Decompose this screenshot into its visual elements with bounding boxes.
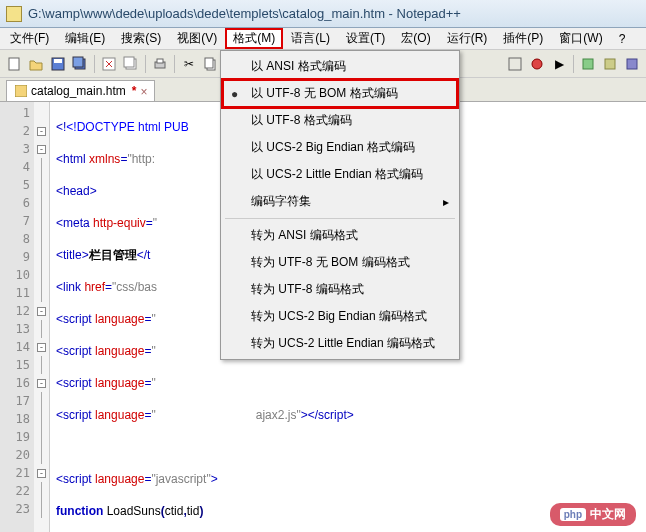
line-number: 22 — [0, 482, 30, 500]
menu-item[interactable]: 以 UCS-2 Little Endian 格式编码 — [223, 161, 457, 188]
file-tab[interactable]: catalog_main.htm* × — [6, 80, 155, 101]
menu-separator — [225, 218, 455, 219]
menu-item[interactable]: 搜索(S) — [113, 28, 169, 49]
line-number: 6 — [0, 194, 30, 212]
svg-rect-13 — [509, 58, 521, 70]
save-icon[interactable] — [48, 54, 68, 74]
window-titlebar: G:\wamp\www\dede\uploads\dede\templets\c… — [0, 0, 646, 28]
open-file-icon[interactable] — [26, 54, 46, 74]
app-icon — [6, 6, 22, 22]
line-number: 20 — [0, 446, 30, 464]
menu-item[interactable]: 转为 UCS-2 Little Endian 编码格式 — [223, 330, 457, 357]
menu-item[interactable]: 转为 ANSI 编码格式 — [223, 222, 457, 249]
toolbar-icon[interactable] — [505, 54, 525, 74]
watermark-text: 中文网 — [590, 506, 626, 523]
menu-item[interactable]: 以 UCS-2 Big Endian 格式编码 — [223, 134, 457, 161]
toolbar-separator — [94, 55, 95, 73]
svg-rect-2 — [54, 59, 62, 63]
svg-point-14 — [532, 59, 542, 69]
file-icon — [15, 85, 27, 97]
line-number: 17 — [0, 392, 30, 410]
line-number: 1 — [0, 104, 30, 122]
menu-item[interactable]: 插件(P) — [495, 28, 551, 49]
encoding-menu: 以 ANSI 格式编码以 UTF-8 无 BOM 格式编码以 UTF-8 格式编… — [220, 50, 460, 360]
line-number-gutter: 1234567891011121314151617181920212223 — [0, 102, 34, 532]
cut-icon[interactable]: ✂ — [179, 54, 199, 74]
fold-toggle[interactable]: - — [37, 379, 46, 388]
line-number: 15 — [0, 356, 30, 374]
menu-item[interactable]: 转为 UCS-2 Big Endian 编码格式 — [223, 303, 457, 330]
tab-close-icon[interactable]: × — [140, 85, 150, 95]
toolbar-icon[interactable] — [527, 54, 547, 74]
menu-item[interactable]: 以 ANSI 格式编码 — [223, 53, 457, 80]
menu-item[interactable]: 文件(F) — [2, 28, 57, 49]
menu-item[interactable]: 视图(V) — [169, 28, 225, 49]
print-icon[interactable] — [150, 54, 170, 74]
php-badge: php — [560, 508, 586, 521]
line-number: 18 — [0, 410, 30, 428]
menu-item[interactable]: 宏(O) — [393, 28, 438, 49]
svg-rect-4 — [73, 57, 83, 67]
svg-rect-17 — [627, 59, 637, 69]
fold-gutter: - - - - - - — [34, 102, 50, 532]
line-number: 10 — [0, 266, 30, 284]
svg-rect-18 — [15, 85, 27, 97]
new-file-icon[interactable] — [4, 54, 24, 74]
toolbar-icon[interactable] — [578, 54, 598, 74]
line-number: 11 — [0, 284, 30, 302]
svg-rect-11 — [205, 58, 213, 68]
menu-item[interactable]: 编辑(E) — [57, 28, 113, 49]
copy-icon[interactable] — [201, 54, 221, 74]
line-number: 14 — [0, 338, 30, 356]
tab-filename: catalog_main.htm — [31, 84, 126, 98]
menu-item[interactable]: 以 UTF-8 格式编码 — [223, 107, 457, 134]
menu-item[interactable]: 转为 UTF-8 无 BOM 编码格式 — [223, 249, 457, 276]
menu-item[interactable]: 编码字符集 — [223, 188, 457, 215]
fold-toggle[interactable]: - — [37, 469, 46, 478]
toolbar-icon[interactable]: ▶ — [549, 54, 569, 74]
svg-rect-16 — [605, 59, 615, 69]
line-number: 13 — [0, 320, 30, 338]
line-number: 16 — [0, 374, 30, 392]
line-number: 3 — [0, 140, 30, 158]
menubar: 文件(F)编辑(E)搜索(S)视图(V)格式(M)语言(L)设置(T)宏(O)运… — [0, 28, 646, 50]
line-number: 21 — [0, 464, 30, 482]
dirty-indicator: * — [132, 84, 137, 98]
fold-toggle[interactable]: - — [37, 343, 46, 352]
window-title: G:\wamp\www\dede\uploads\dede\templets\c… — [28, 6, 461, 21]
toolbar-separator — [573, 55, 574, 73]
close-all-icon[interactable] — [121, 54, 141, 74]
line-number: 7 — [0, 212, 30, 230]
line-number: 23 — [0, 500, 30, 518]
toolbar-separator — [145, 55, 146, 73]
line-number: 8 — [0, 230, 30, 248]
menu-item[interactable]: 语言(L) — [283, 28, 338, 49]
line-number: 9 — [0, 248, 30, 266]
line-number: 12 — [0, 302, 30, 320]
line-number: 19 — [0, 428, 30, 446]
menu-item[interactable]: 转为 UTF-8 编码格式 — [223, 276, 457, 303]
line-number: 2 — [0, 122, 30, 140]
svg-rect-7 — [124, 57, 134, 67]
watermark: php 中文网 — [550, 503, 636, 526]
menu-item[interactable]: 格式(M) — [225, 28, 283, 49]
fold-toggle[interactable]: - — [37, 145, 46, 154]
menu-item[interactable]: 以 UTF-8 无 BOM 格式编码 — [223, 80, 457, 107]
close-icon[interactable] — [99, 54, 119, 74]
fold-toggle[interactable]: - — [37, 127, 46, 136]
menu-item[interactable]: ? — [611, 30, 634, 48]
svg-rect-15 — [583, 59, 593, 69]
menu-item[interactable]: 窗口(W) — [551, 28, 610, 49]
toolbar-separator — [174, 55, 175, 73]
toolbar-icon[interactable] — [622, 54, 642, 74]
line-number: 5 — [0, 176, 30, 194]
menu-item[interactable]: 运行(R) — [439, 28, 496, 49]
menu-item[interactable]: 设置(T) — [338, 28, 393, 49]
svg-rect-0 — [9, 58, 19, 70]
svg-rect-9 — [157, 59, 163, 63]
fold-toggle[interactable]: - — [37, 307, 46, 316]
toolbar-icon[interactable] — [600, 54, 620, 74]
line-number: 4 — [0, 158, 30, 176]
save-all-icon[interactable] — [70, 54, 90, 74]
